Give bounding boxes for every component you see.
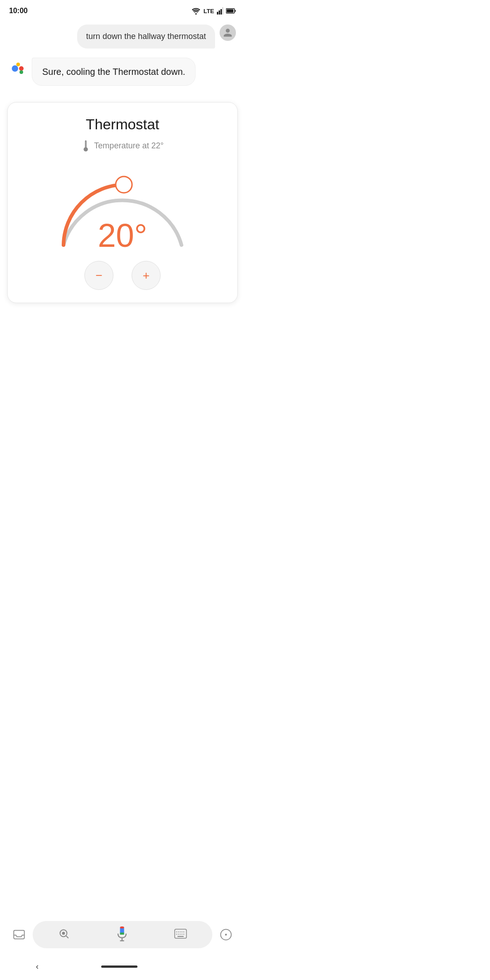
user-message-text: turn down the hallway thermostat bbox=[86, 32, 206, 41]
google-assistant-logo bbox=[9, 59, 27, 77]
svg-rect-4 bbox=[222, 7, 223, 15]
thermometer-icon bbox=[81, 139, 90, 152]
current-temperature: 20° bbox=[98, 219, 147, 252]
controls-row: − + bbox=[17, 261, 228, 290]
assistant-bubble: Sure, cooling the Thermostat down. bbox=[32, 58, 196, 86]
user-message-row: turn down the hallway thermostat bbox=[9, 24, 236, 49]
increase-button[interactable]: + bbox=[132, 261, 161, 290]
person-icon bbox=[223, 28, 233, 38]
user-avatar bbox=[220, 24, 236, 41]
user-bubble: turn down the hallway thermostat bbox=[77, 24, 215, 49]
svg-point-9 bbox=[19, 66, 24, 71]
battery-icon bbox=[226, 8, 236, 14]
status-bar: 10:00 LTE bbox=[0, 0, 245, 20]
decrease-button[interactable]: − bbox=[84, 261, 113, 290]
dial-handle[interactable] bbox=[116, 176, 132, 193]
status-icons: LTE bbox=[191, 7, 236, 15]
assistant-message-text: Sure, cooling the Thermostat down. bbox=[42, 67, 185, 77]
temp-label-row: Temperature at 22° bbox=[17, 139, 228, 152]
svg-rect-14 bbox=[85, 142, 86, 147]
thermostat-card: Thermostat Temperature at 22° 20° − + bbox=[7, 102, 238, 303]
svg-point-8 bbox=[12, 65, 18, 72]
svg-rect-3 bbox=[220, 9, 222, 15]
thermostat-title: Thermostat bbox=[17, 116, 228, 133]
svg-point-0 bbox=[196, 13, 197, 15]
svg-point-11 bbox=[20, 70, 23, 74]
svg-rect-7 bbox=[227, 10, 234, 13]
decrease-label: − bbox=[95, 269, 102, 283]
increase-label: + bbox=[142, 269, 149, 283]
assistant-message-row: Sure, cooling the Thermostat down. bbox=[9, 58, 236, 86]
temp-label-text: Temperature at 22° bbox=[94, 141, 163, 151]
signal-icon bbox=[217, 7, 223, 15]
svg-point-10 bbox=[16, 63, 20, 66]
lte-label: LTE bbox=[203, 8, 214, 15]
svg-rect-1 bbox=[217, 12, 218, 15]
svg-point-13 bbox=[84, 147, 88, 152]
svg-rect-6 bbox=[235, 10, 236, 12]
status-time: 10:00 bbox=[9, 7, 28, 15]
chat-area: turn down the hallway thermostat Sure, c… bbox=[0, 20, 245, 102]
thermostat-dial: 20° bbox=[50, 161, 195, 252]
svg-rect-2 bbox=[219, 10, 220, 15]
wifi-icon bbox=[191, 7, 201, 15]
